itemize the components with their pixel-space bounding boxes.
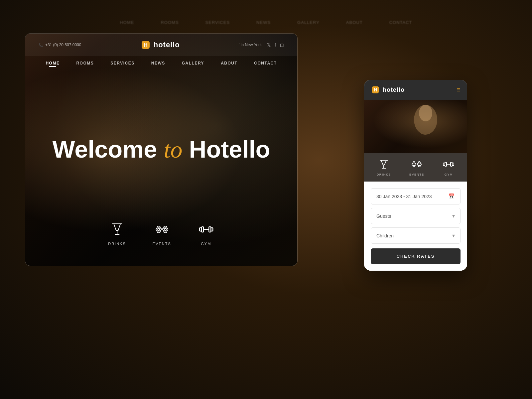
logo-icon: H [140, 40, 151, 50]
hero-image-svg [382, 103, 449, 150]
twitter-icon[interactable]: 𝕏 [267, 42, 271, 48]
hero-suffix: Hotello [182, 136, 270, 163]
hero-title: Welcome to Hotello [53, 136, 270, 163]
mobile-hero-image [364, 100, 467, 153]
svg-rect-26 [451, 162, 452, 166]
date-range-text: 30 Jan 2023 - 31 Jan 2023 [376, 194, 432, 199]
hero-prefix: Welcome [53, 136, 164, 163]
service-drinks[interactable]: DRINKS [108, 221, 126, 246]
social-icons: 𝕏 f ◻ [267, 42, 284, 48]
svg-rect-12 [209, 227, 211, 232]
guests-field[interactable]: Guests ▾ [371, 208, 461, 224]
mobile-logo-icon: H [371, 85, 380, 94]
mobile-services-bar: DRINKS EVENTS GYM [364, 153, 467, 182]
instagram-icon[interactable]: ◻ [280, 42, 284, 48]
drinks-label: DRINKS [108, 242, 126, 246]
mobile-service-events[interactable]: EVENTS [409, 158, 424, 176]
desktop-header: +31 (0) 20 507 0000 H hotello ' in New Y… [25, 34, 297, 56]
mobile-service-gym[interactable]: GYM [443, 158, 455, 176]
children-text: Children [376, 233, 394, 238]
nav-news[interactable]: NEWS [151, 61, 165, 66]
mobile-logo-text: hotello [383, 86, 405, 93]
nav-services[interactable]: SERVICES [110, 61, 134, 66]
mobile-drinks-icon [378, 158, 390, 170]
mobile-gym-icon [443, 158, 455, 170]
desktop-inner: +31 (0) 20 507 0000 H hotello ' in New Y… [25, 34, 297, 266]
svg-point-17 [419, 105, 432, 121]
mobile-drinks-label: DRINKS [377, 173, 391, 176]
nav-gallery[interactable]: GALLERY [182, 61, 204, 66]
gym-icon [198, 221, 214, 238]
svg-rect-25 [445, 162, 447, 166]
nav-rooms[interactable]: ROOMS [76, 61, 94, 66]
facebook-icon[interactable]: f [275, 42, 276, 48]
children-field[interactable]: Children ▾ [371, 227, 461, 244]
mobile-service-drinks[interactable]: DRINKS [377, 158, 391, 176]
gym-label: GYM [201, 242, 211, 246]
nav-about[interactable]: ABOUT [221, 61, 237, 66]
svg-point-22 [417, 163, 421, 166]
background-nav: HOME ROOMS SERVICES NEWS GALLERY ABOUT C… [0, 20, 532, 25]
mobile-logo[interactable]: H hotello [371, 85, 405, 94]
desktop-mockup: +31 (0) 20 507 0000 H hotello ' in New Y… [25, 33, 298, 266]
drinks-icon [109, 221, 125, 238]
svg-point-7 [158, 228, 160, 230]
check-rates-button[interactable]: CHECK RATES [371, 248, 461, 264]
date-range-field[interactable]: 30 Jan 2023 - 31 Jan 2023 📅 [371, 188, 461, 204]
mobile-events-icon [411, 158, 423, 170]
hamburger-icon[interactable]: ≡ [457, 86, 461, 94]
service-events[interactable]: EVENTS [153, 221, 171, 246]
mobile-booking-form: 30 Jan 2023 - 31 Jan 2023 📅 Guests ▾ Chi… [364, 182, 467, 271]
phone-number: +31 (0) 20 507 0000 [39, 43, 81, 47]
guests-chevron-icon: ▾ [452, 213, 455, 219]
mobile-events-label: EVENTS [409, 173, 424, 176]
events-label: EVENTS [153, 242, 171, 246]
mobile-mockup: H hotello ≡ DRINKS [364, 80, 467, 271]
hero-italic: to [164, 136, 182, 163]
nav-home[interactable]: HOME [46, 61, 60, 66]
nav-contact[interactable]: CONTACT [254, 61, 277, 66]
guests-text: Guests [376, 213, 391, 219]
svg-rect-11 [201, 227, 203, 232]
desktop-nav: HOME ROOMS SERVICES NEWS GALLERY ABOUT C… [25, 56, 297, 70]
location-text: ' in New York [239, 43, 262, 47]
svg-point-8 [164, 228, 166, 230]
hero-text: Welcome to Hotello [53, 136, 270, 163]
service-gym[interactable]: GYM [198, 221, 214, 246]
svg-text:H: H [144, 42, 148, 48]
phone-icon [39, 43, 43, 47]
desktop-right: ' in New York 𝕏 f ◻ [239, 42, 284, 48]
events-icon [154, 221, 170, 238]
svg-text:H: H [374, 87, 377, 92]
desktop-logo[interactable]: H hotello [140, 40, 180, 50]
mobile-gym-label: GYM [445, 173, 453, 176]
svg-point-21 [412, 163, 416, 166]
desktop-logo-text: hotello [154, 41, 180, 49]
calendar-icon: 📅 [448, 193, 455, 200]
children-chevron-icon: ▾ [452, 232, 455, 239]
mobile-header: H hotello ≡ [364, 80, 467, 100]
desktop-services: DRINKS EVENTS [108, 221, 214, 246]
